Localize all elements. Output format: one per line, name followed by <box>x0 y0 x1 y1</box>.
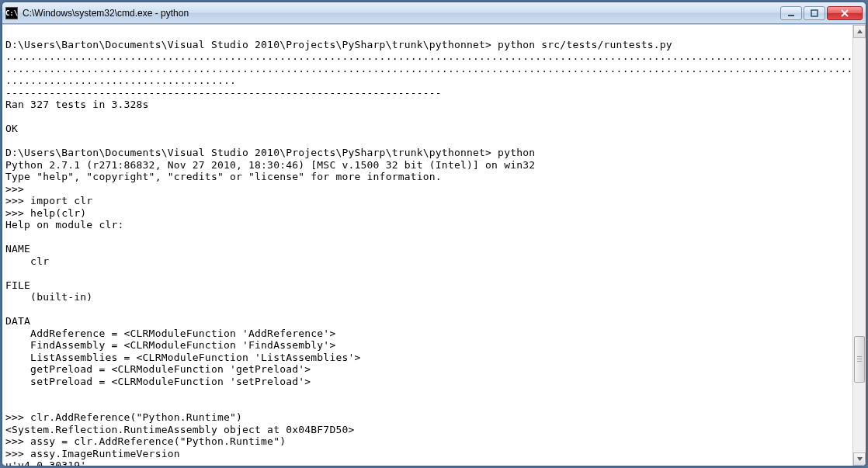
client-area: D:\Users\Barton\Documents\Visual Studio … <box>2 24 866 466</box>
scroll-track[interactable] <box>853 38 866 452</box>
svg-rect-0 <box>788 15 794 16</box>
vertical-scrollbar[interactable] <box>852 25 866 466</box>
chevron-down-icon <box>856 456 863 463</box>
window-controls <box>780 6 863 20</box>
cmd-window: C:\ C:\Windows\system32\cmd.exe - python… <box>2 2 866 466</box>
maximize-button[interactable] <box>804 6 825 20</box>
window-title: C:\Windows\system32\cmd.exe - python <box>23 8 780 19</box>
minimize-button[interactable] <box>780 6 802 20</box>
titlebar[interactable]: C:\ C:\Windows\system32\cmd.exe - python <box>2 2 866 24</box>
maximize-icon <box>811 9 818 17</box>
close-icon <box>840 9 849 17</box>
svg-rect-1 <box>811 10 818 16</box>
console-output[interactable]: D:\Users\Barton\Documents\Visual Studio … <box>2 25 852 466</box>
scroll-thumb[interactable] <box>854 336 865 383</box>
scroll-up-button[interactable] <box>853 25 866 38</box>
chevron-up-icon <box>856 28 863 35</box>
scroll-down-button[interactable] <box>853 452 866 466</box>
minimize-icon <box>787 9 795 17</box>
cmd-icon: C:\ <box>5 7 18 19</box>
close-button[interactable] <box>827 6 863 20</box>
